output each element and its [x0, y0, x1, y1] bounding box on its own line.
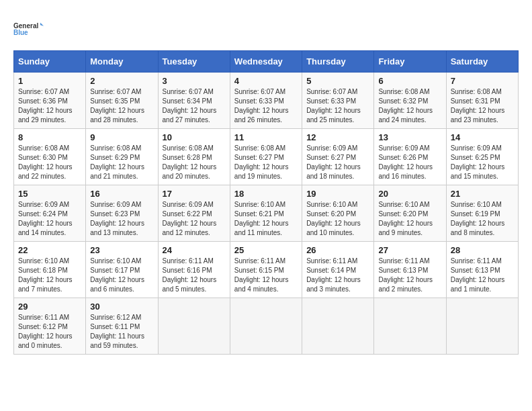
day-info: Sunrise: 6:09 AMSunset: 6:23 PMDaylight:… — [90, 200, 153, 238]
calendar-cell: 26Sunrise: 6:11 AMSunset: 6:14 PMDayligh… — [302, 242, 374, 298]
day-header-monday: Monday — [86, 51, 158, 73]
day-info: Sunrise: 6:11 AMSunset: 6:14 PMDaylight:… — [306, 257, 369, 294]
day-number: 4 — [234, 76, 298, 86]
day-info: Sunrise: 6:08 AMSunset: 6:28 PMDaylight:… — [163, 144, 226, 181]
day-number: 2 — [90, 76, 153, 86]
day-info: Sunrise: 6:08 AMSunset: 6:27 PMDaylight:… — [234, 144, 298, 181]
calendar-week-2: 8Sunrise: 6:08 AMSunset: 6:30 PMDaylight… — [14, 129, 519, 185]
calendar-cell: 30Sunrise: 6:12 AMSunset: 6:11 PMDayligh… — [86, 298, 158, 355]
day-header-tuesday: Tuesday — [158, 51, 230, 73]
page-header: General Blue — [13, 13, 519, 44]
logo-svg: General Blue — [13, 13, 44, 44]
calendar-cell: 1Sunrise: 6:07 AMSunset: 6:36 PMDaylight… — [14, 73, 86, 129]
day-number: 1 — [18, 76, 81, 86]
calendar-week-1: 1Sunrise: 6:07 AMSunset: 6:36 PMDaylight… — [14, 73, 519, 129]
day-info: Sunrise: 6:10 AMSunset: 6:21 PMDaylight:… — [234, 200, 298, 238]
calendar-cell: 27Sunrise: 6:11 AMSunset: 6:13 PMDayligh… — [374, 242, 446, 298]
day-info: Sunrise: 6:07 AMSunset: 6:33 PMDaylight:… — [306, 87, 369, 125]
calendar-cell: 18Sunrise: 6:10 AMSunset: 6:21 PMDayligh… — [230, 185, 302, 242]
calendar-cell: 9Sunrise: 6:08 AMSunset: 6:29 PMDaylight… — [86, 129, 158, 185]
day-number: 21 — [451, 189, 514, 199]
calendar-cell: 5Sunrise: 6:07 AMSunset: 6:33 PMDaylight… — [302, 73, 374, 129]
day-header-thursday: Thursday — [302, 51, 374, 73]
calendar-week-5: 29Sunrise: 6:11 AMSunset: 6:12 PMDayligh… — [14, 298, 519, 355]
calendar-cell — [374, 298, 446, 355]
day-info: Sunrise: 6:08 AMSunset: 6:29 PMDaylight:… — [90, 144, 153, 181]
calendar-cell: 24Sunrise: 6:11 AMSunset: 6:16 PMDayligh… — [158, 242, 230, 298]
calendar-cell: 4Sunrise: 6:07 AMSunset: 6:33 PMDaylight… — [230, 73, 302, 129]
day-info: Sunrise: 6:10 AMSunset: 6:19 PMDaylight:… — [451, 200, 514, 238]
day-number: 15 — [18, 189, 81, 199]
day-number: 23 — [90, 245, 153, 255]
day-info: Sunrise: 6:09 AMSunset: 6:27 PMDaylight:… — [306, 144, 369, 181]
calendar-cell: 29Sunrise: 6:11 AMSunset: 6:12 PMDayligh… — [14, 298, 86, 355]
day-number: 10 — [163, 132, 226, 142]
calendar-cell: 13Sunrise: 6:09 AMSunset: 6:26 PMDayligh… — [374, 129, 446, 185]
day-info: Sunrise: 6:12 AMSunset: 6:11 PMDaylight:… — [90, 313, 153, 351]
calendar-cell: 2Sunrise: 6:07 AMSunset: 6:35 PMDaylight… — [86, 73, 158, 129]
calendar-cell: 3Sunrise: 6:07 AMSunset: 6:34 PMDaylight… — [158, 73, 230, 129]
calendar-header-row: SundayMondayTuesdayWednesdayThursdayFrid… — [14, 51, 519, 73]
calendar-cell: 7Sunrise: 6:08 AMSunset: 6:31 PMDaylight… — [446, 73, 518, 129]
calendar-week-3: 15Sunrise: 6:09 AMSunset: 6:24 PMDayligh… — [14, 185, 519, 242]
day-info: Sunrise: 6:09 AMSunset: 6:22 PMDaylight:… — [163, 200, 226, 238]
day-number: 8 — [18, 132, 81, 142]
day-number: 14 — [451, 132, 514, 142]
calendar-cell: 12Sunrise: 6:09 AMSunset: 6:27 PMDayligh… — [302, 129, 374, 185]
calendar-cell: 22Sunrise: 6:10 AMSunset: 6:18 PMDayligh… — [14, 242, 86, 298]
day-number: 7 — [451, 76, 514, 86]
day-number: 30 — [90, 302, 153, 312]
day-number: 19 — [306, 189, 369, 199]
day-number: 25 — [234, 245, 298, 255]
calendar-table: SundayMondayTuesdayWednesdayThursdayFrid… — [13, 50, 519, 355]
day-info: Sunrise: 6:08 AMSunset: 6:31 PMDaylight:… — [451, 87, 514, 125]
calendar-cell: 10Sunrise: 6:08 AMSunset: 6:28 PMDayligh… — [158, 129, 230, 185]
svg-text:Blue: Blue — [13, 29, 28, 36]
day-info: Sunrise: 6:08 AMSunset: 6:32 PMDaylight:… — [378, 87, 441, 125]
day-info: Sunrise: 6:07 AMSunset: 6:35 PMDaylight:… — [90, 87, 153, 125]
day-number: 3 — [163, 76, 226, 86]
day-number: 18 — [234, 189, 298, 199]
day-info: Sunrise: 6:07 AMSunset: 6:33 PMDaylight:… — [234, 87, 298, 125]
calendar-cell: 6Sunrise: 6:08 AMSunset: 6:32 PMDaylight… — [374, 73, 446, 129]
day-info: Sunrise: 6:11 AMSunset: 6:13 PMDaylight:… — [378, 257, 441, 294]
day-number: 22 — [18, 245, 81, 255]
calendar-cell: 28Sunrise: 6:11 AMSunset: 6:13 PMDayligh… — [446, 242, 518, 298]
day-info: Sunrise: 6:10 AMSunset: 6:18 PMDaylight:… — [18, 257, 81, 294]
calendar-week-4: 22Sunrise: 6:10 AMSunset: 6:18 PMDayligh… — [14, 242, 519, 298]
day-info: Sunrise: 6:11 AMSunset: 6:13 PMDaylight:… — [451, 257, 514, 294]
day-number: 17 — [163, 189, 226, 199]
day-number: 13 — [378, 132, 441, 142]
day-info: Sunrise: 6:11 AMSunset: 6:12 PMDaylight:… — [18, 313, 81, 351]
day-header-friday: Friday — [374, 51, 446, 73]
day-number: 12 — [306, 132, 369, 142]
day-number: 5 — [306, 76, 369, 86]
svg-text:General: General — [13, 22, 38, 30]
day-number: 24 — [163, 245, 226, 255]
day-info: Sunrise: 6:09 AMSunset: 6:24 PMDaylight:… — [18, 200, 81, 238]
calendar-body: 1Sunrise: 6:07 AMSunset: 6:36 PMDaylight… — [14, 73, 519, 355]
day-number: 20 — [378, 189, 441, 199]
day-number: 28 — [451, 245, 514, 255]
day-info: Sunrise: 6:11 AMSunset: 6:16 PMDaylight:… — [163, 257, 226, 294]
logo: General Blue — [13, 13, 44, 44]
day-header-saturday: Saturday — [446, 51, 518, 73]
calendar-cell — [158, 298, 230, 355]
day-header-sunday: Sunday — [14, 51, 86, 73]
day-number: 16 — [90, 189, 153, 199]
calendar-cell: 14Sunrise: 6:09 AMSunset: 6:25 PMDayligh… — [446, 129, 518, 185]
calendar-cell: 16Sunrise: 6:09 AMSunset: 6:23 PMDayligh… — [86, 185, 158, 242]
day-number: 11 — [234, 132, 298, 142]
day-info: Sunrise: 6:07 AMSunset: 6:34 PMDaylight:… — [163, 87, 226, 125]
calendar-cell: 25Sunrise: 6:11 AMSunset: 6:15 PMDayligh… — [230, 242, 302, 298]
day-number: 27 — [378, 245, 441, 255]
day-info: Sunrise: 6:09 AMSunset: 6:26 PMDaylight:… — [378, 144, 441, 181]
calendar-cell: 23Sunrise: 6:10 AMSunset: 6:17 PMDayligh… — [86, 242, 158, 298]
calendar-cell: 21Sunrise: 6:10 AMSunset: 6:19 PMDayligh… — [446, 185, 518, 242]
calendar-cell — [302, 298, 374, 355]
day-number: 29 — [18, 302, 81, 312]
day-info: Sunrise: 6:07 AMSunset: 6:36 PMDaylight:… — [18, 87, 81, 125]
day-header-wednesday: Wednesday — [230, 51, 302, 73]
svg-marker-2 — [40, 23, 44, 26]
calendar-cell: 8Sunrise: 6:08 AMSunset: 6:30 PMDaylight… — [14, 129, 86, 185]
